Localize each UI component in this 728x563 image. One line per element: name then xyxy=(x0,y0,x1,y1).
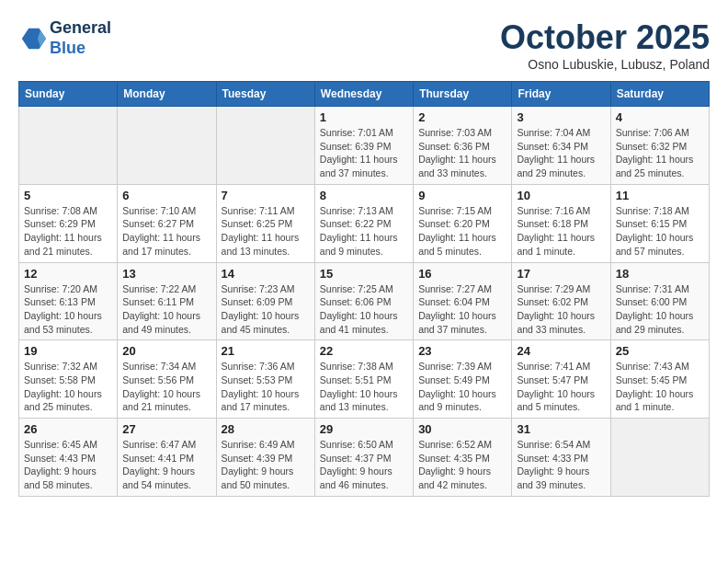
title-block: October 2025 Osno Lubuskie, Lubusz, Pola… xyxy=(500,18,710,72)
day-info: Sunrise: 7:11 AM Sunset: 6:25 PM Dayligh… xyxy=(222,204,310,259)
calendar-week-3: 12Sunrise: 7:20 AM Sunset: 6:13 PM Dayli… xyxy=(19,262,710,340)
calendar-week-1: 1Sunrise: 7:01 AM Sunset: 6:39 PM Daylig… xyxy=(19,107,710,185)
calendar-cell: 3Sunrise: 7:04 AM Sunset: 6:34 PM Daylig… xyxy=(512,107,610,185)
header-tuesday: Tuesday xyxy=(216,82,314,107)
calendar-cell: 19Sunrise: 7:32 AM Sunset: 5:58 PM Dayli… xyxy=(19,340,118,419)
day-info: Sunrise: 7:08 AM Sunset: 6:29 PM Dayligh… xyxy=(24,204,112,259)
calendar-cell xyxy=(216,107,314,185)
day-number: 6 xyxy=(122,189,210,202)
calendar-week-4: 19Sunrise: 7:32 AM Sunset: 5:58 PM Dayli… xyxy=(19,340,710,419)
day-number: 30 xyxy=(418,422,506,436)
day-info: Sunrise: 7:18 AM Sunset: 6:15 PM Dayligh… xyxy=(616,204,704,259)
calendar-cell: 16Sunrise: 7:27 AM Sunset: 6:04 PM Dayli… xyxy=(414,262,512,340)
calendar-cell xyxy=(19,107,118,185)
day-number: 29 xyxy=(320,422,408,436)
calendar-cell: 15Sunrise: 7:25 AM Sunset: 6:06 PM Dayli… xyxy=(314,262,413,340)
day-info: Sunrise: 7:43 AM Sunset: 5:45 PM Dayligh… xyxy=(616,360,704,414)
day-number: 25 xyxy=(616,344,704,358)
day-number: 20 xyxy=(122,344,210,358)
day-number: 9 xyxy=(418,189,506,202)
calendar-cell: 24Sunrise: 7:41 AM Sunset: 5:47 PM Dayli… xyxy=(512,340,610,419)
header-sunday: Sunday xyxy=(19,82,118,107)
calendar-cell xyxy=(118,107,216,185)
day-number: 2 xyxy=(418,110,506,124)
day-number: 23 xyxy=(418,344,506,358)
day-number: 17 xyxy=(517,267,605,281)
day-info: Sunrise: 7:23 AM Sunset: 6:09 PM Dayligh… xyxy=(222,282,310,337)
day-info: Sunrise: 7:38 AM Sunset: 5:51 PM Dayligh… xyxy=(320,360,408,414)
calendar-cell: 18Sunrise: 7:31 AM Sunset: 6:00 PM Dayli… xyxy=(610,262,709,340)
day-info: Sunrise: 6:54 AM Sunset: 4:33 PM Dayligh… xyxy=(517,438,605,492)
day-number: 4 xyxy=(616,110,704,124)
header-friday: Friday xyxy=(512,82,610,107)
day-number: 31 xyxy=(517,422,605,436)
calendar-cell: 29Sunrise: 6:50 AM Sunset: 4:37 PM Dayli… xyxy=(314,419,413,497)
calendar-cell: 4Sunrise: 7:06 AM Sunset: 6:32 PM Daylig… xyxy=(610,107,709,185)
calendar-cell: 26Sunrise: 6:45 AM Sunset: 4:43 PM Dayli… xyxy=(19,419,118,497)
calendar-cell: 28Sunrise: 6:49 AM Sunset: 4:39 PM Dayli… xyxy=(216,419,314,497)
day-info: Sunrise: 7:20 AM Sunset: 6:13 PM Dayligh… xyxy=(24,282,112,337)
day-number: 19 xyxy=(24,344,112,358)
day-number: 13 xyxy=(122,267,210,281)
day-info: Sunrise: 7:13 AM Sunset: 6:22 PM Dayligh… xyxy=(320,204,408,259)
day-info: Sunrise: 6:45 AM Sunset: 4:43 PM Dayligh… xyxy=(24,438,112,492)
header-saturday: Saturday xyxy=(610,82,709,107)
calendar-cell: 11Sunrise: 7:18 AM Sunset: 6:15 PM Dayli… xyxy=(610,184,709,262)
day-info: Sunrise: 7:22 AM Sunset: 6:11 PM Dayligh… xyxy=(122,282,210,337)
day-info: Sunrise: 7:01 AM Sunset: 6:39 PM Dayligh… xyxy=(320,126,408,180)
day-info: Sunrise: 7:36 AM Sunset: 5:53 PM Dayligh… xyxy=(222,360,310,414)
day-number: 16 xyxy=(418,267,506,281)
day-number: 27 xyxy=(122,422,210,436)
day-number: 24 xyxy=(517,344,605,358)
day-number: 18 xyxy=(616,267,704,281)
day-info: Sunrise: 6:47 AM Sunset: 4:41 PM Dayligh… xyxy=(122,438,210,492)
day-info: Sunrise: 7:32 AM Sunset: 5:58 PM Dayligh… xyxy=(24,360,112,414)
calendar-cell: 31Sunrise: 6:54 AM Sunset: 4:33 PM Dayli… xyxy=(512,419,610,497)
calendar-cell: 14Sunrise: 7:23 AM Sunset: 6:09 PM Dayli… xyxy=(216,262,314,340)
day-info: Sunrise: 7:03 AM Sunset: 6:36 PM Dayligh… xyxy=(418,126,506,180)
logo: General Blue xyxy=(18,18,111,58)
day-number: 14 xyxy=(222,267,310,281)
calendar-cell xyxy=(610,419,709,497)
calendar-cell: 8Sunrise: 7:13 AM Sunset: 6:22 PM Daylig… xyxy=(314,184,413,262)
calendar-cell: 17Sunrise: 7:29 AM Sunset: 6:02 PM Dayli… xyxy=(512,262,610,340)
calendar-cell: 23Sunrise: 7:39 AM Sunset: 5:49 PM Dayli… xyxy=(414,340,512,419)
logo-line1: General xyxy=(50,18,111,39)
day-info: Sunrise: 7:25 AM Sunset: 6:06 PM Dayligh… xyxy=(320,282,408,337)
day-info: Sunrise: 7:16 AM Sunset: 6:18 PM Dayligh… xyxy=(517,204,605,259)
calendar-cell: 13Sunrise: 7:22 AM Sunset: 6:11 PM Dayli… xyxy=(118,262,216,340)
day-info: Sunrise: 7:10 AM Sunset: 6:27 PM Dayligh… xyxy=(122,204,210,259)
calendar-cell: 6Sunrise: 7:10 AM Sunset: 6:27 PM Daylig… xyxy=(118,184,216,262)
day-number: 11 xyxy=(616,189,704,202)
day-info: Sunrise: 7:27 AM Sunset: 6:04 PM Dayligh… xyxy=(418,282,506,337)
calendar-cell: 1Sunrise: 7:01 AM Sunset: 6:39 PM Daylig… xyxy=(314,107,413,185)
calendar-cell: 5Sunrise: 7:08 AM Sunset: 6:29 PM Daylig… xyxy=(19,184,118,262)
calendar-table: SundayMondayTuesdayWednesdayThursdayFrid… xyxy=(18,81,710,497)
month-title: October 2025 xyxy=(500,18,710,57)
calendar-cell: 25Sunrise: 7:43 AM Sunset: 5:45 PM Dayli… xyxy=(610,340,709,419)
calendar-week-2: 5Sunrise: 7:08 AM Sunset: 6:29 PM Daylig… xyxy=(19,184,710,262)
calendar-cell: 21Sunrise: 7:36 AM Sunset: 5:53 PM Dayli… xyxy=(216,340,314,419)
day-number: 1 xyxy=(320,110,408,124)
calendar-cell: 22Sunrise: 7:38 AM Sunset: 5:51 PM Dayli… xyxy=(314,340,413,419)
day-number: 7 xyxy=(222,189,310,202)
day-number: 8 xyxy=(320,189,408,202)
location-subtitle: Osno Lubuskie, Lubusz, Poland xyxy=(500,57,710,72)
day-info: Sunrise: 7:39 AM Sunset: 5:49 PM Dayligh… xyxy=(418,360,506,414)
calendar-cell: 27Sunrise: 6:47 AM Sunset: 4:41 PM Dayli… xyxy=(118,419,216,497)
calendar-cell: 10Sunrise: 7:16 AM Sunset: 6:18 PM Dayli… xyxy=(512,184,610,262)
day-info: Sunrise: 6:49 AM Sunset: 4:39 PM Dayligh… xyxy=(222,438,310,492)
day-info: Sunrise: 7:31 AM Sunset: 6:00 PM Dayligh… xyxy=(616,282,704,337)
header-monday: Monday xyxy=(118,82,216,107)
day-info: Sunrise: 7:41 AM Sunset: 5:47 PM Dayligh… xyxy=(517,360,605,414)
calendar-body: 1Sunrise: 7:01 AM Sunset: 6:39 PM Daylig… xyxy=(19,107,710,497)
day-info: Sunrise: 7:15 AM Sunset: 6:20 PM Dayligh… xyxy=(418,204,506,259)
day-number: 22 xyxy=(320,344,408,358)
logo-icon xyxy=(18,25,46,52)
day-info: Sunrise: 6:52 AM Sunset: 4:35 PM Dayligh… xyxy=(418,438,506,492)
calendar-cell: 12Sunrise: 7:20 AM Sunset: 6:13 PM Dayli… xyxy=(19,262,118,340)
day-info: Sunrise: 7:34 AM Sunset: 5:56 PM Dayligh… xyxy=(122,360,210,414)
day-info: Sunrise: 7:29 AM Sunset: 6:02 PM Dayligh… xyxy=(517,282,605,337)
day-number: 28 xyxy=(222,422,310,436)
calendar-cell: 20Sunrise: 7:34 AM Sunset: 5:56 PM Dayli… xyxy=(118,340,216,419)
